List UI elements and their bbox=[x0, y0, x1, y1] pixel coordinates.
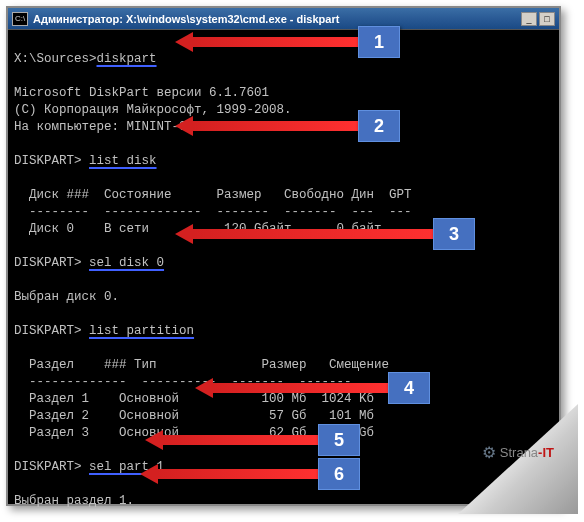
output-line: (C) Корпорация Майкрософт, 1999-2008. bbox=[14, 103, 292, 117]
arrow-label: 3 bbox=[433, 218, 475, 250]
output-line: Microsoft DiskPart версии 6.1.7601 bbox=[14, 86, 269, 100]
cmd-diskpart: diskpart bbox=[97, 52, 157, 66]
output-line: Выбран раздел 1. bbox=[14, 494, 134, 508]
prompt: DISKPART> bbox=[14, 256, 89, 270]
disk-table-divider: -------- ------------- ------- ------- -… bbox=[14, 205, 412, 219]
output-line: Выбран диск 0. bbox=[14, 290, 119, 304]
arrow-body bbox=[163, 435, 318, 445]
arrow-label: 5 bbox=[318, 424, 360, 456]
annotation-arrow-1: 1 bbox=[175, 32, 400, 52]
arrow-head-icon bbox=[195, 378, 213, 398]
arrow-head-icon bbox=[145, 430, 163, 450]
window-title: Администратор: X:\windows\system32\cmd.e… bbox=[33, 13, 521, 25]
maximize-button[interactable]: □ bbox=[539, 12, 555, 26]
arrow-label: 4 bbox=[388, 372, 430, 404]
arrow-head-icon bbox=[175, 116, 193, 136]
cmd-list-disk: list disk bbox=[89, 154, 157, 168]
watermark-text: Strana-IT bbox=[500, 445, 554, 460]
annotation-arrow-4: 4 bbox=[195, 378, 430, 398]
gear-icon: ⚙ bbox=[482, 443, 496, 462]
partition-table-header: Раздел ### Тип Размер Смещение bbox=[14, 358, 389, 372]
annotation-arrow-3: 3 bbox=[175, 224, 475, 244]
arrow-label: 6 bbox=[318, 458, 360, 490]
window-buttons: _ □ bbox=[521, 12, 555, 26]
arrow-body bbox=[193, 229, 433, 239]
arrow-body bbox=[158, 469, 318, 479]
partition-table-row: Раздел 2 Основной 57 Gб 101 Mб bbox=[14, 409, 374, 423]
cmd-icon: C:\ bbox=[12, 12, 28, 26]
arrow-label: 1 bbox=[358, 26, 400, 58]
arrow-body bbox=[213, 383, 388, 393]
prompt: DISKPART> bbox=[14, 324, 89, 338]
watermark: ⚙ Strana-IT bbox=[482, 443, 554, 462]
cmd-sel-disk: sel disk 0 bbox=[89, 256, 164, 270]
prompt: DISKPART> bbox=[14, 460, 89, 474]
annotation-arrow-2: 2 bbox=[175, 116, 400, 136]
annotation-arrow-5: 5 bbox=[145, 430, 360, 450]
arrow-body bbox=[193, 37, 358, 47]
prompt: DISKPART> bbox=[14, 154, 89, 168]
disk-table-header: Диск ### Состояние Размер Свободно Дин G… bbox=[14, 188, 412, 202]
arrow-body bbox=[193, 121, 358, 131]
arrow-label: 2 bbox=[358, 110, 400, 142]
arrow-head-icon bbox=[175, 32, 193, 52]
cmd-list-partition: list partition bbox=[89, 324, 194, 338]
prompt: X:\Sources> bbox=[14, 52, 97, 66]
arrow-head-icon bbox=[175, 224, 193, 244]
arrow-head-icon bbox=[140, 464, 158, 484]
titlebar[interactable]: C:\ Администратор: X:\windows\system32\c… bbox=[8, 8, 559, 30]
minimize-button[interactable]: _ bbox=[521, 12, 537, 26]
annotation-arrow-6: 6 bbox=[140, 464, 360, 484]
